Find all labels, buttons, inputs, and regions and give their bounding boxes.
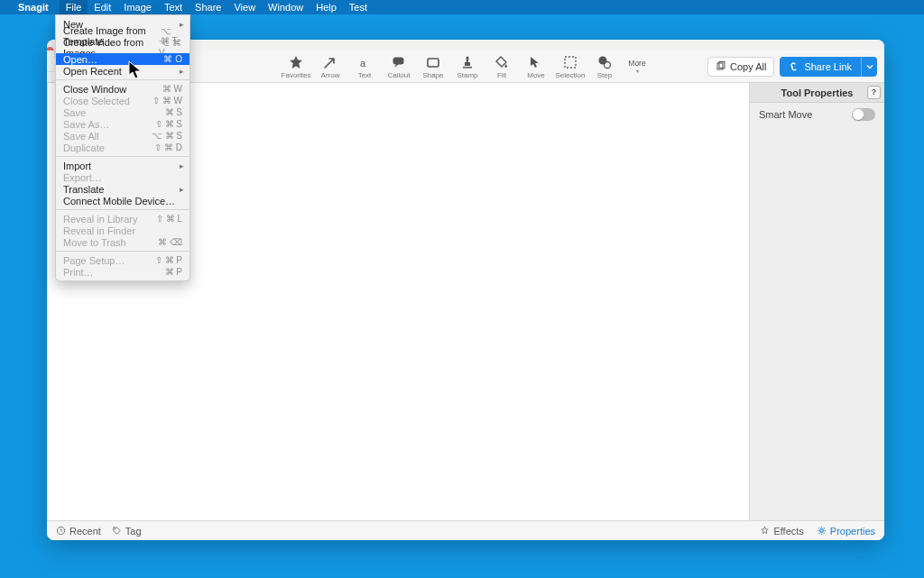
menu-share[interactable]: Share (189, 0, 227, 14)
menu-image[interactable]: Image (117, 0, 158, 14)
menu-item-label: Save (63, 107, 86, 118)
menu-item-label: Reveal in Finder (63, 225, 135, 236)
menu-item-shortcut: ⇧ ⌘ S (155, 119, 182, 129)
menu-item-close-window[interactable]: Close Window⌘ W (56, 83, 189, 95)
menu-item-label: Connect Mobile Device… (63, 196, 175, 206)
stamp-icon (459, 54, 476, 70)
menu-item-shortcut: ⌘ S (165, 107, 182, 117)
share-link-button[interactable]: Share Link (780, 57, 861, 77)
svg-point-5 (605, 61, 611, 68)
tool-move-button[interactable]: Move (519, 50, 553, 83)
menu-item-label: Move to Trash (63, 237, 126, 248)
smart-move-label: Smart Move (759, 109, 812, 120)
menu-file[interactable]: File (60, 0, 88, 14)
tag-icon (112, 526, 122, 536)
menu-window[interactable]: Window (262, 0, 310, 14)
tool-text-button[interactable]: aText (347, 50, 382, 83)
move-icon (528, 54, 544, 70)
menu-item-save: Save⌘ S (56, 106, 189, 118)
submenu-arrow-icon: ▸ (180, 67, 184, 76)
properties-button[interactable]: Properties (817, 526, 875, 537)
svg-point-9 (115, 528, 116, 529)
tool-step-button[interactable]: Step (587, 50, 622, 83)
tool-stamp-button[interactable]: Stamp (450, 50, 485, 83)
menu-item-shortcut: ⇧ ⌘ L (156, 214, 182, 224)
tag-button[interactable]: Tag (112, 526, 142, 537)
tool-properties-header: Tool Properties ? (750, 83, 884, 103)
menu-item-create-video-from-images[interactable]: Create Video from Images…⌥ ⌘ V (56, 41, 189, 53)
menu-item-import[interactable]: Import▸ (56, 160, 189, 171)
menu-item-close-selected: Close Selected⇧ ⌘ W (56, 95, 189, 106)
menu-item-label: Save All (63, 131, 99, 142)
shape-icon (425, 54, 441, 70)
submenu-arrow-icon: ▸ (180, 161, 184, 170)
tool-more-button[interactable]: More▾ (622, 59, 652, 74)
menu-item-move-to-trash: Move to Trash⌘ ⌫ (56, 236, 189, 248)
tag-label: Tag (125, 526, 142, 537)
arrow-icon (322, 54, 338, 70)
app-name[interactable]: Snagit (18, 2, 49, 13)
tool-selection-button[interactable]: Selection (553, 50, 587, 83)
copy-all-label: Copy All (730, 61, 766, 72)
menu-view[interactable]: View (227, 0, 262, 14)
smart-move-toggle[interactable] (852, 108, 875, 121)
menu-item-open[interactable]: Open…⌘ O (56, 53, 189, 65)
share-link-label: Share Link (804, 61, 852, 72)
tool-fill-button[interactable]: Fill (485, 50, 519, 83)
menu-separator (56, 156, 189, 157)
svg-rect-3 (565, 57, 576, 68)
effects-icon (760, 526, 770, 536)
tool-label: Shape (422, 71, 443, 79)
recent-button[interactable]: Recent (56, 526, 101, 537)
menu-item-translate[interactable]: Translate▸ (56, 183, 189, 195)
selection-icon (562, 54, 578, 70)
menu-item-shortcut: ⌘ O (163, 54, 182, 64)
copy-icon (716, 61, 726, 72)
tool-label: Selection (556, 71, 586, 79)
menu-separator (56, 251, 189, 252)
tool-label: Arrow (321, 71, 340, 79)
tool-shape-button[interactable]: Shape (416, 50, 450, 83)
tool-arrow-button[interactable]: Arrow (313, 50, 347, 83)
menu-test[interactable]: Test (343, 0, 374, 14)
menu-item-label: Print… (63, 267, 94, 278)
tool-label: Callout (388, 71, 411, 79)
tool-label: Move (527, 71, 545, 79)
share-dropdown-button[interactable] (861, 57, 877, 77)
help-button[interactable]: ? (867, 86, 881, 99)
menu-item-open-recent[interactable]: Open Recent▸ (56, 65, 189, 77)
status-left: Recent Tag (56, 526, 142, 537)
svg-text:a: a (360, 58, 366, 69)
menu-item-shortcut: ⇧ ⌘ D (154, 142, 182, 152)
menu-separator (56, 79, 189, 80)
status-bar: Recent Tag Effects Properties (47, 520, 884, 540)
submenu-arrow-icon: ▸ (180, 185, 184, 194)
effects-button[interactable]: Effects (760, 526, 803, 537)
menu-text[interactable]: Text (158, 0, 189, 14)
menu-item-label: Reveal in Library (63, 214, 138, 225)
fill-icon (494, 54, 510, 70)
menu-item-label: Import (63, 161, 91, 171)
tool-callout-button[interactable]: Callout (382, 50, 416, 83)
menu-item-shortcut: ⇧ ⌘ W (152, 96, 182, 106)
status-right: Effects Properties (760, 526, 875, 537)
callout-icon (391, 54, 407, 70)
menu-item-shortcut: ⌘ W (162, 84, 182, 94)
menu-item-shortcut: ⌘ P (165, 267, 182, 277)
file-menu-dropdown: New▸Create Image from Template…⌥ ⌘ TCrea… (55, 14, 190, 281)
menu-item-page-setup: Page Setup…⇧ ⌘ P (56, 254, 189, 266)
menu-item-connect-mobile-device[interactable]: Connect Mobile Device… (56, 195, 189, 206)
favorites-icon (288, 54, 304, 70)
menu-item-label: Save As… (63, 119, 109, 130)
menu-edit[interactable]: Edit (88, 0, 117, 14)
menu-item-label: Close Selected (63, 96, 130, 106)
svg-point-10 (820, 529, 824, 533)
step-icon (596, 54, 613, 70)
copy-all-button[interactable]: Copy All (707, 57, 774, 77)
clock-icon (56, 526, 66, 536)
menu-item-shortcut: ⌥ ⌘ S (152, 131, 182, 141)
tool-label: Fill (497, 71, 506, 79)
menu-help[interactable]: Help (310, 0, 343, 14)
share-icon (789, 61, 799, 72)
tool-favorites-button[interactable]: Favorites (279, 50, 313, 83)
